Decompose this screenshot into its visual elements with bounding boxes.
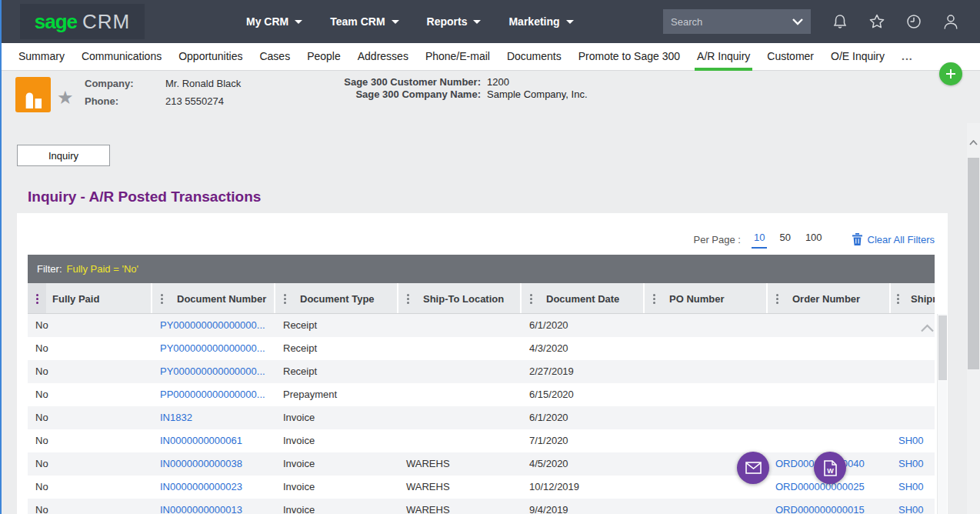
page-scrollbar[interactable]: [967, 123, 980, 514]
window-edge-highlight: [0, 0, 2, 514]
send-email-button[interactable]: [737, 452, 769, 484]
document-number-link[interactable]: PY000000000000000...: [160, 365, 265, 377]
cell-po-number: [645, 337, 768, 360]
order-number-link[interactable]: ORD000000000015: [775, 504, 865, 514]
cell-document-date: 7/1/2020: [522, 429, 645, 452]
cell-ship-to-location: [398, 406, 522, 429]
tab-a-r-inquiry[interactable]: A/R Inquiry: [697, 43, 750, 71]
column-header-fully-paid[interactable]: Fully Paid: [28, 283, 152, 314]
column-menu-kebab-icon[interactable]: [152, 283, 171, 314]
shipment-number-link[interactable]: SH00: [898, 504, 924, 514]
global-search[interactable]: [663, 9, 811, 34]
clear-all-filters-button[interactable]: Clear All Filters: [852, 233, 935, 245]
document-number-link[interactable]: PY000000000000000...: [160, 342, 265, 354]
column-menu-kebab-icon[interactable]: [645, 283, 663, 314]
cell-shipment-number: [891, 383, 935, 406]
tab-o-e-inquiry[interactable]: O/E Inquiry: [831, 43, 885, 71]
grid-scrollbar[interactable]: [937, 314, 947, 514]
tab-customer[interactable]: Customer: [767, 43, 814, 71]
tab-cases[interactable]: Cases: [259, 43, 290, 71]
scroll-up-icon[interactable]: [969, 140, 978, 145]
grid-scroll-up-icon[interactable]: [921, 324, 934, 332]
document-number-link[interactable]: IN0000000000023: [160, 481, 242, 492]
tab-documents[interactable]: Documents: [507, 43, 562, 71]
column-header-shipment-number[interactable]: Shipment Number: [891, 283, 935, 314]
column-header-ship-to-location[interactable]: Ship-To Location: [398, 283, 522, 314]
menu-my-crm[interactable]: My CRM: [246, 15, 302, 28]
column-header-order-number[interactable]: Order Number: [768, 283, 891, 314]
cell-document-date: 4/3/2020: [522, 337, 645, 360]
shipment-number-link[interactable]: SH00: [898, 481, 924, 492]
column-menu-kebab-icon[interactable]: [275, 283, 294, 314]
tab-people[interactable]: People: [307, 43, 341, 71]
column-header-document-number[interactable]: Document Number: [152, 283, 275, 314]
tab-summary[interactable]: Summary: [18, 43, 65, 71]
transaction-row: NoPY000000000000000...Receipt2/27/2019: [28, 360, 935, 383]
column-label: Shipment Number: [911, 293, 935, 305]
document-number-link[interactable]: PP000000000000000...: [160, 389, 265, 400]
menu-team-crm[interactable]: Team CRM: [330, 15, 398, 28]
cell-order-number: [768, 383, 891, 406]
column-menu-kebab-icon[interactable]: [522, 283, 540, 314]
per-page-option-10[interactable]: 10: [752, 230, 767, 249]
transaction-row: NoIN0000000000038InvoiceWAREHS4/5/2020OR…: [28, 452, 935, 476]
per-page-option-50[interactable]: 50: [777, 230, 792, 249]
document-number-link[interactable]: IN0000000000038: [160, 458, 242, 469]
favorite-star-toggle[interactable]: ★: [57, 87, 74, 108]
trash-icon: [852, 233, 862, 245]
user-profile-icon[interactable]: [942, 13, 959, 30]
notifications-bell-icon[interactable]: [832, 13, 848, 30]
favorites-star-icon[interactable]: [868, 13, 885, 30]
document-number-link[interactable]: PY000000000000000...: [160, 319, 265, 331]
order-number-link[interactable]: ORD000000000025: [775, 481, 865, 492]
top-navbar: sage CRM My CRMTeam CRMReportsMarketing: [0, 0, 980, 43]
cell-document-number: IN1832: [152, 406, 275, 429]
per-page-option-100[interactable]: 100: [803, 230, 825, 249]
page-scrollbar-thumb[interactable]: [968, 158, 979, 369]
filter-expression: Fully Paid = 'No': [67, 263, 138, 275]
search-input[interactable]: [671, 16, 792, 28]
column-menu-kebab-icon[interactable]: [768, 283, 786, 314]
menu-reports[interactable]: Reports: [427, 15, 482, 28]
cell-document-type: Invoice: [275, 406, 398, 429]
cell-document-date: 9/4/2019: [522, 499, 645, 514]
tab-promote-to-sage-300[interactable]: Promote to Sage 300: [578, 43, 680, 71]
shipment-number-link[interactable]: SH00: [898, 458, 924, 469]
search-chevron-down-icon[interactable]: [792, 18, 803, 25]
transaction-row: NoIN1832Invoice6/1/2020: [28, 406, 935, 429]
column-menu-kebab-icon[interactable]: [398, 283, 417, 314]
cell-ship-to-location: WAREHS: [398, 499, 522, 514]
menu-marketing[interactable]: Marketing: [508, 15, 573, 28]
tab-communications[interactable]: Communications: [82, 43, 162, 71]
cell-document-date: 2/27/2019: [522, 360, 645, 383]
transaction-row: NoPP000000000000000...Prepayment6/15/202…: [28, 383, 935, 406]
column-menu-kebab-icon[interactable]: [891, 283, 905, 314]
cell-po-number: [645, 360, 768, 383]
tab-phone-e-mail[interactable]: Phone/E-mail: [425, 43, 490, 71]
column-label: Document Number: [177, 293, 266, 305]
tab-opportunities[interactable]: Opportunities: [178, 43, 242, 71]
cell-po-number: [645, 314, 768, 337]
cell-fully-paid: No: [28, 383, 152, 406]
grid-scrollbar-thumb[interactable]: [938, 315, 947, 380]
add-new-button[interactable]: [939, 62, 962, 85]
cell-fully-paid: No: [28, 337, 152, 360]
tab-addresses[interactable]: Addresses: [358, 43, 408, 71]
column-header-document-type[interactable]: Document Type: [275, 283, 398, 314]
document-number-link[interactable]: IN0000000000013: [160, 504, 242, 514]
menu-label: Marketing: [508, 15, 559, 28]
tab-more[interactable]: ...: [902, 43, 913, 71]
column-menu-kebab-icon[interactable]: [28, 283, 46, 314]
shipment-number-link[interactable]: SH00: [898, 435, 924, 446]
inquiry-subtab-button[interactable]: Inquiry: [17, 145, 110, 166]
column-header-po-number[interactable]: PO Number: [645, 283, 768, 314]
cell-fully-paid: No: [28, 406, 152, 429]
merge-to-word-button[interactable]: W: [814, 452, 846, 484]
column-header-document-date[interactable]: Document Date: [522, 283, 645, 314]
results-panel: Per Page : 1050100 Clear All Filters Fil…: [17, 213, 948, 514]
column-label: Fully Paid: [52, 293, 99, 305]
document-number-link[interactable]: IN1832: [160, 412, 192, 423]
sage-crm-logo[interactable]: sage CRM: [20, 4, 145, 39]
recent-clock-icon[interactable]: [905, 13, 922, 30]
document-number-link[interactable]: IN0000000000061: [160, 435, 242, 446]
